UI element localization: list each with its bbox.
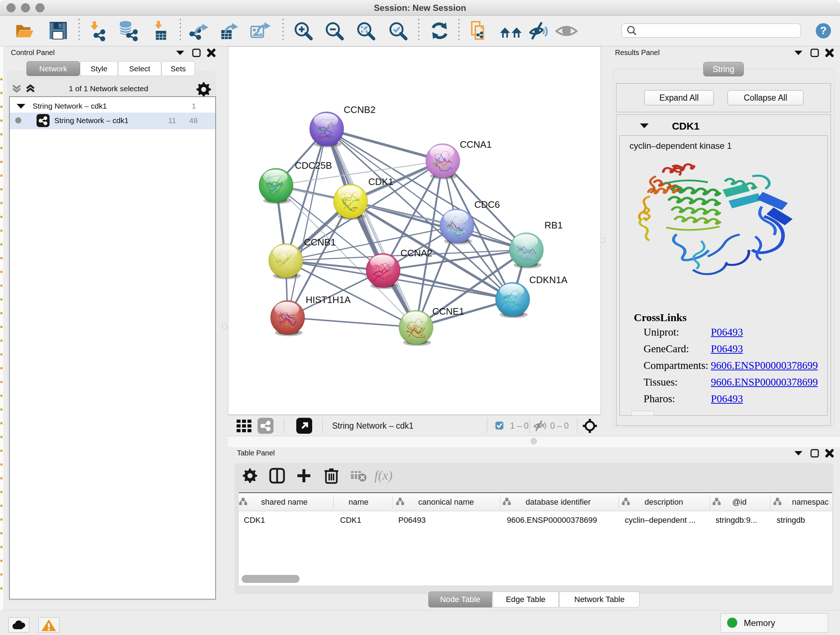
svg-text:RB1: RB1 — [545, 220, 563, 231]
svg-text:CDK1: CDK1 — [368, 176, 393, 187]
svg-text:CCNE1: CCNE1 — [432, 306, 464, 317]
svg-text:HIST1H1A: HIST1H1A — [306, 295, 351, 305]
svg-text:CDKN1A: CDKN1A — [529, 274, 568, 285]
svg-text:CCNA2: CCNA2 — [401, 248, 432, 258]
svg-text:CDC6: CDC6 — [474, 199, 500, 210]
svg-text:CCNA1: CCNA1 — [460, 139, 492, 150]
svg-text:CCNB2: CCNB2 — [344, 104, 376, 115]
svg-text:?: ? — [820, 24, 827, 36]
svg-text:CDC25B: CDC25B — [295, 160, 332, 171]
svg-text:CCNB1: CCNB1 — [304, 237, 336, 248]
